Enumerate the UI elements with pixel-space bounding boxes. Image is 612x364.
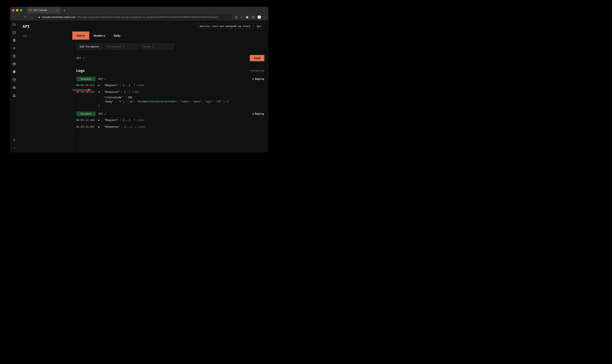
main-header: manitej-rest-api-mongodb-my-stack / Api bbox=[72, 21, 268, 31]
svg-rect-5 bbox=[13, 63, 15, 65]
bolt-icon[interactable] bbox=[13, 47, 16, 50]
sst-logo-icon[interactable] bbox=[13, 23, 16, 26]
collapse-icon[interactable]: ▼ bbox=[98, 91, 100, 93]
expand-icon[interactable]: ▶ bbox=[98, 118, 100, 121]
side-panel-icon[interactable] bbox=[252, 15, 255, 19]
browser-tab[interactable]: SST Console × bbox=[27, 7, 61, 13]
log-row-response: 06:05:36.524 ▼ Response : { 2 items bbox=[76, 89, 264, 94]
lock-icon bbox=[38, 16, 41, 18]
archive-icon[interactable] bbox=[13, 78, 16, 81]
svg-point-14 bbox=[13, 94, 14, 95]
svg-rect-1 bbox=[252, 16, 254, 18]
replay-button[interactable]: ↻ Replay bbox=[252, 78, 264, 80]
request-display: GET / bbox=[76, 56, 85, 60]
tab-body[interactable]: Body bbox=[110, 31, 125, 39]
tab-query[interactable]: Query bbox=[72, 31, 89, 39]
breadcrumb-stack: manitej-rest-api-mongodb-my-stack bbox=[200, 25, 250, 27]
breadcrumb[interactable]: manitej-rest-api-mongodb-my-stack / Api bbox=[197, 23, 264, 29]
reload-icon[interactable]: ⟳ bbox=[24, 15, 27, 18]
parameter-row: Add Parameter bbox=[72, 40, 268, 53]
timestamp: 06:05:12.444 bbox=[76, 118, 95, 121]
send-button[interactable]: Send bbox=[250, 55, 264, 61]
json-value: 200 bbox=[128, 96, 132, 99]
connection-status: Connected bbox=[250, 69, 264, 72]
json-key: body bbox=[105, 100, 114, 103]
log-entry: Success GET / ↻ Replay 06:05:12.444 ▶ Re… bbox=[72, 109, 268, 131]
tab-headers[interactable]: Headers bbox=[89, 31, 110, 39]
add-parameter-button[interactable]: Add Parameter bbox=[76, 43, 103, 50]
log-path: GET / bbox=[98, 78, 106, 80]
layers-icon[interactable] bbox=[13, 39, 16, 42]
breadcrumb-resource: Api bbox=[257, 25, 261, 27]
endpoint-item[interactable]: GET / bbox=[19, 32, 72, 40]
json-close-brace: } bbox=[98, 104, 264, 108]
globe-icon[interactable] bbox=[13, 54, 16, 58]
forward-icon[interactable]: → bbox=[18, 15, 21, 18]
tabs-menu-icon[interactable]: ⌄ bbox=[261, 9, 266, 12]
graphql-icon[interactable] bbox=[13, 86, 16, 90]
endpoint-path: / bbox=[29, 35, 31, 38]
minimize-window-button[interactable] bbox=[16, 9, 18, 12]
param-key-input[interactable] bbox=[105, 43, 138, 50]
logs-title: Logs bbox=[76, 68, 85, 73]
svg-rect-2 bbox=[13, 24, 15, 26]
maximize-window-button[interactable] bbox=[20, 9, 22, 12]
log-row-request: 06:05:33.673 ▶ Request : {...} 7 items bbox=[76, 82, 264, 88]
json-key: statusCode bbox=[105, 96, 123, 99]
sst-favicon-icon bbox=[29, 9, 32, 12]
timestamp: 06:05:33.673 bbox=[76, 84, 95, 87]
status-badge: Success bbox=[76, 112, 96, 116]
close-tab-icon[interactable]: × bbox=[57, 9, 58, 12]
endpoint-method: GET bbox=[23, 35, 27, 38]
log-row-request: 06:05:12.444 ▶ Request : {...} 7 items bbox=[76, 117, 264, 123]
svg-point-16 bbox=[14, 140, 15, 141]
browser-window: SST Console × + ⌄ ← → ⟳ ⌂ console.server… bbox=[10, 7, 268, 153]
menu-icon[interactable]: ⋮ bbox=[264, 15, 266, 18]
json-line: Response : {...} 2 items bbox=[104, 125, 146, 128]
response-body: statusCode : 200 body : "[ { "_id": "61a… bbox=[102, 94, 264, 104]
extensions-icon[interactable] bbox=[246, 15, 249, 19]
json-value: "[ { "_id": "61a9befd18116ec8c5e142b0", … bbox=[118, 100, 230, 103]
bookmark-icon[interactable]: ☆ bbox=[241, 15, 243, 18]
back-icon[interactable]: ← bbox=[12, 15, 15, 18]
svg-rect-0 bbox=[29, 10, 31, 11]
table-icon[interactable] bbox=[13, 62, 16, 66]
collapse-icon[interactable]: → bbox=[13, 146, 16, 150]
browser-tab-title: SST Console bbox=[33, 9, 47, 12]
replay-label: Replay bbox=[255, 78, 264, 80]
param-value-input[interactable] bbox=[140, 43, 174, 50]
close-window-button[interactable] bbox=[12, 9, 14, 12]
endpoints-panel: API GET / bbox=[19, 21, 72, 153]
log-path: GET / bbox=[98, 112, 106, 115]
app-root: → API GET / manitej-rest-api-mongodb-my-… bbox=[10, 21, 268, 153]
share-icon[interactable] bbox=[235, 15, 238, 19]
expand-icon[interactable]: ▶ bbox=[98, 84, 100, 87]
browser-toolbar: ← → ⟳ ⌂ console.serverless-stack.com/res… bbox=[10, 14, 268, 21]
json-line: Request : {...} 7 items bbox=[104, 118, 144, 121]
users-icon[interactable] bbox=[13, 94, 16, 97]
terminal-icon[interactable] bbox=[13, 31, 16, 34]
svg-rect-3 bbox=[13, 31, 15, 34]
sun-icon[interactable] bbox=[13, 138, 16, 142]
logs-header: Logs Connected bbox=[72, 65, 268, 75]
icon-rail: → bbox=[10, 21, 19, 153]
main-panel: manitej-rest-api-mongodb-my-stack / Api … bbox=[72, 21, 268, 153]
request-tabs: Query Headers Body bbox=[72, 31, 268, 40]
svg-rect-7 bbox=[13, 78, 15, 79]
database-icon[interactable] bbox=[13, 70, 16, 74]
breadcrumb-sep: / bbox=[253, 25, 254, 27]
browser-tabbar: SST Console × + ⌄ bbox=[10, 7, 268, 14]
new-tab-button[interactable]: + bbox=[62, 8, 67, 13]
home-icon[interactable]: ⌂ bbox=[30, 15, 33, 18]
timestamp: 06:05:15.667 bbox=[76, 125, 95, 128]
replay-icon: ↻ bbox=[252, 112, 254, 115]
send-row: GET / Send bbox=[72, 53, 268, 65]
profile-avatar[interactable] bbox=[258, 15, 261, 19]
replay-label: Replay bbox=[255, 112, 264, 115]
browser-actions: ☆ ⋮ bbox=[235, 15, 266, 19]
log-row-response: 06:05:15.667 ▶ Response : {...} 2 items bbox=[76, 124, 264, 130]
expand-icon[interactable]: ▶ bbox=[98, 125, 100, 128]
address-bar[interactable]: console.serverless-stack.com/rest-api-mo… bbox=[36, 14, 232, 20]
panel-title: API bbox=[19, 21, 72, 32]
replay-button[interactable]: ↻ Replay bbox=[252, 112, 264, 115]
